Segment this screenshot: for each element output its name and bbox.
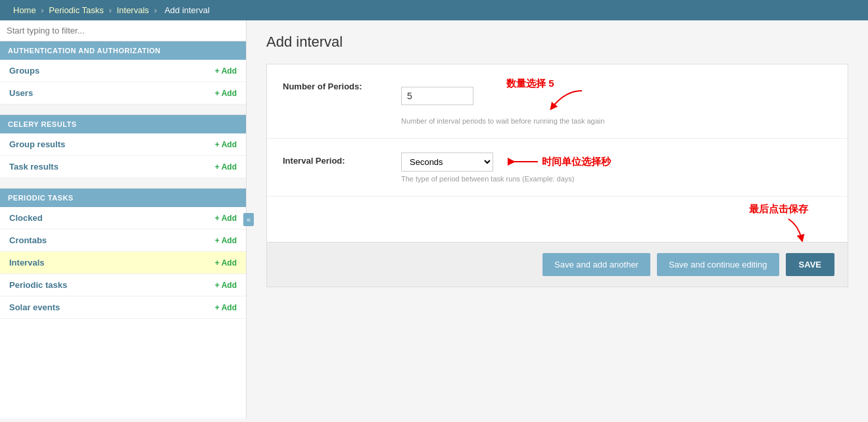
sidebar-item-clocked-add[interactable]: + Add [215, 214, 237, 223]
interval-field: Days Hours Minutes Seconds Microseconds [401, 152, 832, 183]
annotation-arrow-save [769, 216, 808, 242]
sidebar-item-group-results-add[interactable]: + Add [215, 140, 237, 149]
annotation-arrow-qty [546, 87, 585, 114]
sidebar-item-periodic-tasks-label[interactable]: Periodic tasks [9, 280, 67, 290]
annotation-save-text: 最后点击保存 [749, 203, 808, 216]
sidebar-item-periodic-tasks-add[interactable]: + Add [215, 281, 237, 290]
sidebar-item-solar-events-label[interactable]: Solar events [9, 302, 60, 312]
breadcrumb-sep2: › [108, 5, 114, 15]
sidebar-item-task-results-label[interactable]: Task results [9, 162, 59, 172]
sidebar-filter-container [0, 20, 246, 41]
sidebar-section-auth: AUTHENTICATION AND AUTHORIZATION [0, 41, 246, 60]
periods-help: Number of interval periods to wait befor… [401, 117, 832, 125]
breadcrumb-home[interactable]: Home [13, 5, 36, 15]
sidebar-item-clocked-label[interactable]: Clocked [9, 213, 43, 223]
breadcrumb-periodic-tasks[interactable]: Periodic Tasks [49, 5, 104, 15]
save-add-another-button[interactable]: Save and add another [542, 253, 650, 276]
annotation-unit: 时间单位选择秒 [542, 156, 611, 168]
periods-field: 数量选择 5 [401, 78, 832, 125]
sidebar-item-groups: Groups + Add [0, 60, 246, 82]
breadcrumb-sep: › [41, 5, 46, 15]
sidebar-item-users: Users + Add [0, 82, 246, 105]
save-button[interactable]: SAVE [786, 253, 834, 276]
form-row-interval: Interval Period: Days Hours Minutes Seco… [267, 139, 848, 197]
sidebar-item-periodic-tasks: Periodic tasks + Add [0, 274, 246, 296]
sidebar-item-task-results: Task results + Add [0, 156, 246, 178]
main-content: Add interval Number of Periods: 数量选择 5 [247, 20, 868, 419]
sidebar-item-users-label[interactable]: Users [9, 88, 33, 98]
top-bar: Home › Periodic Tasks › Intervals › Add … [0, 0, 868, 20]
sidebar-item-intervals-add[interactable]: + Add [215, 258, 237, 268]
sidebar-item-crontabs-add[interactable]: + Add [215, 236, 237, 245]
breadcrumb: Home › Periodic Tasks › Intervals › Add … [13, 5, 212, 15]
sidebar-item-intervals: Intervals + Add [0, 252, 246, 274]
sidebar-filter-input[interactable] [0, 20, 246, 41]
periods-input[interactable] [401, 87, 473, 105]
sidebar-item-crontabs: Crontabs + Add [0, 229, 246, 252]
form-row-periods: Number of Periods: 数量选择 5 [267, 64, 848, 139]
sidebar: AUTHENTICATION AND AUTHORIZATION Groups … [0, 20, 247, 419]
sidebar-item-crontabs-label[interactable]: Crontabs [9, 235, 47, 245]
sidebar-item-task-results-add[interactable]: + Add [215, 162, 237, 172]
breadcrumb-sep3: › [154, 5, 159, 15]
sidebar-item-group-results: Group results + Add [0, 133, 246, 156]
sidebar-toggle-button[interactable]: « [243, 213, 254, 226]
sidebar-item-groups-label[interactable]: Groups [9, 66, 39, 76]
sidebar-item-users-add[interactable]: + Add [215, 89, 237, 98]
sidebar-section-celery: CELERY RESULTS [0, 115, 246, 133]
sidebar-item-groups-add[interactable]: + Add [215, 66, 237, 76]
interval-help: The type of period between task runs (Ex… [401, 175, 832, 183]
page-title: Add interval [266, 34, 848, 51]
breadcrumb-current: Add interval [164, 5, 210, 15]
annotation-save-container: 最后点击保存 [267, 197, 848, 242]
sidebar-item-solar-events-add[interactable]: + Add [215, 303, 237, 312]
sidebar-item-clocked: Clocked + Add [0, 207, 246, 229]
add-interval-form: Number of Periods: 数量选择 5 [266, 64, 848, 287]
save-continue-button[interactable]: Save and continue editing [657, 253, 779, 276]
sidebar-item-group-results-label[interactable]: Group results [9, 139, 65, 149]
interval-period-select[interactable]: Days Hours Minutes Seconds Microseconds [401, 152, 493, 172]
annotation-save-block: 最后点击保存 [749, 203, 808, 242]
submit-row: Save and add another Save and continue e… [267, 242, 848, 287]
sidebar-section-periodic: PERIODIC TASKS [0, 189, 246, 207]
interval-label: Interval Period: [283, 152, 401, 166]
breadcrumb-intervals[interactable]: Intervals [116, 5, 149, 15]
sidebar-item-intervals-label[interactable]: Intervals [9, 258, 44, 268]
annotation-arrow-unit [506, 152, 539, 172]
periods-label: Number of Periods: [283, 78, 401, 91]
sidebar-item-solar-events: Solar events + Add [0, 296, 246, 319]
